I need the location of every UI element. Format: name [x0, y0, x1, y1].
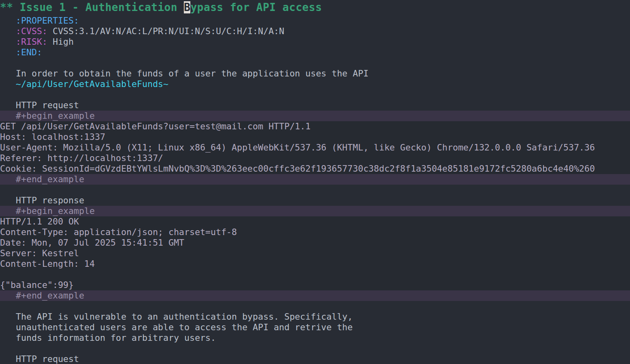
body-paragraph-vulnerability-1[interactable]: The API is vulnerable to an authenticati… [0, 312, 630, 322]
text-segment-fg: The API is vulnerable to an authenticati… [0, 312, 353, 322]
http-response-body-json[interactable]: {"balance":99} [0, 280, 630, 290]
blank-line[interactable] [0, 185, 630, 195]
text-segment-block: {"balance":99} [0, 280, 74, 290]
text-segment-fg: HTTP request [0, 100, 79, 110]
text-segment-meta: #+end_example [0, 290, 84, 301]
blank-line[interactable] [0, 89, 630, 100]
org-buffer[interactable]: ** Issue 1 - Authentication Bypass for A… [0, 0, 630, 364]
blank-line[interactable] [0, 343, 630, 354]
label-http-response[interactable]: HTTP response [0, 195, 630, 206]
body-paragraph-vulnerability-2[interactable]: unauthenticated users are able to access… [0, 322, 630, 333]
text-segment-fg: In order to obtain the funds of a user t… [0, 68, 368, 78]
property-risk[interactable]: :RISK: High [0, 37, 630, 47]
text-segment-stars: ** [0, 1, 20, 13]
text-segment-block: User-Agent: Mozilla/5.0 (X11; Linux x86_… [0, 142, 595, 153]
text-segment-block: Content-Type: application/json; charset=… [0, 227, 237, 237]
http-request-line[interactable]: GET /api/User/GetAvailableFunds?user=tes… [0, 121, 630, 132]
block-end-example-response[interactable]: #+end_example [0, 290, 630, 301]
inline-code-api-path[interactable]: ~/api/User/GetAvailableFunds~ [0, 79, 630, 89]
text-segment-meta: #+begin_example [0, 206, 95, 216]
label-http-request-2[interactable]: HTTP request [0, 354, 630, 364]
text-segment-block: Referer: http://localhost:1337/ [0, 153, 163, 163]
text-segment-fg: HTTP response [0, 195, 84, 205]
text-segment-fg [0, 26, 16, 36]
block-begin-example-response[interactable]: #+begin_example [0, 206, 630, 216]
text-segment-propkey: :CVSS: [16, 26, 48, 36]
http-request-header-host[interactable]: Host: localhost:1337 [0, 132, 630, 142]
text-segment-fg [0, 37, 16, 47]
label-http-request[interactable]: HTTP request [0, 100, 630, 111]
body-paragraph-intro[interactable]: In order to obtain the funds of a user t… [0, 68, 630, 79]
text-segment-block: Server: Kestrel [0, 248, 79, 258]
text-segment-fg: unauthenticated users are able to access… [0, 322, 353, 332]
block-end-example-request[interactable]: #+end_example [0, 174, 630, 185]
text-segment-fg: funds information for arbitrary users. [0, 333, 216, 343]
text-segment-block: Content-Length: 14 [0, 259, 95, 269]
text-segment-block: Host: localhost:1337 [0, 132, 105, 142]
http-request-header-referer[interactable]: Referer: http://localhost:1337/ [0, 153, 630, 163]
text-segment-fg: HTTP request [0, 354, 79, 364]
http-response-status-line[interactable]: HTTP/1.1 200 OK [0, 216, 630, 227]
text-segment-block: GET /api/User/GetAvailableFunds?user=tes… [0, 121, 311, 131]
text-segment-fg [0, 47, 16, 57]
org-heading-issue-1[interactable]: ** Issue 1 - Authentication Bypass for A… [0, 0, 630, 15]
text-segment-fg [0, 15, 16, 26]
drawer-properties-end[interactable]: :END: [0, 47, 630, 58]
text-segment-propkey: :RISK: [16, 37, 48, 47]
http-request-header-cookie[interactable]: Cookie: SessionId=dGVzdEBtYWlsLmNvbQ%3D%… [0, 163, 630, 174]
http-response-header-date[interactable]: Date: Mon, 07 Jul 2025 15:41:51 GMT [0, 238, 630, 248]
http-response-header-content-length[interactable]: Content-Length: 14 [0, 259, 630, 269]
block-begin-example-request[interactable]: #+begin_example [0, 111, 630, 121]
text-segment-heading: Issue 1 - Authentication [20, 1, 184, 13]
http-response-header-server[interactable]: Server: Kestrel [0, 248, 630, 259]
text-segment-drawer: :PROPERTIES: [16, 15, 79, 26]
text-segment-meta: #+begin_example [0, 111, 95, 121]
text-segment-meta: #+end_example [0, 174, 84, 184]
drawer-properties-begin[interactable]: :PROPERTIES: [0, 15, 630, 26]
text-segment-fg [0, 79, 16, 89]
blank-line[interactable] [0, 58, 630, 68]
http-response-header-content-type[interactable]: Content-Type: application/json; charset=… [0, 227, 630, 238]
text-cursor: B [184, 1, 190, 13]
text-segment-block: HTTP/1.1 200 OK [0, 216, 79, 227]
body-paragraph-vulnerability-3[interactable]: funds information for arbitrary users. [0, 333, 630, 343]
blank-line[interactable] [0, 301, 630, 312]
text-segment-heading: ypass for API access [190, 1, 322, 13]
text-segment-block: Cookie: SessionId=dGVzdEBtYWlsLmNvbQ%3D%… [0, 163, 595, 174]
text-segment-fg: CVSS:3.1/AV:N/AC:L/PR:N/UI:N/S:U/C:H/I:N… [48, 26, 284, 36]
text-segment-drawer: :END: [16, 47, 42, 57]
property-cvss[interactable]: :CVSS: CVSS:3.1/AV:N/AC:L/PR:N/UI:N/S:U/… [0, 26, 630, 37]
text-segment-code: ~/api/User/GetAvailableFunds~ [16, 79, 168, 89]
text-segment-fg: High [48, 37, 74, 47]
blank-line-in-block[interactable] [0, 269, 630, 280]
http-request-header-user-agent[interactable]: User-Agent: Mozilla/5.0 (X11; Linux x86_… [0, 142, 630, 153]
text-segment-block: Date: Mon, 07 Jul 2025 15:41:51 GMT [0, 238, 184, 248]
